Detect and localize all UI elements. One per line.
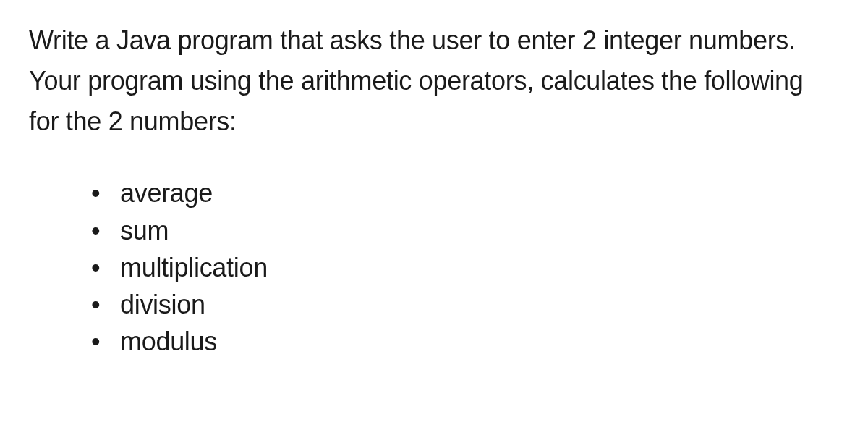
list-item: sum xyxy=(91,212,839,249)
list-item: average xyxy=(91,174,839,211)
requirements-list: average sum multiplication division modu… xyxy=(29,174,839,360)
list-item: multiplication xyxy=(91,249,839,286)
list-item: modulus xyxy=(91,323,839,360)
list-item: division xyxy=(91,286,839,323)
problem-statement: Write a Java program that asks the user … xyxy=(29,20,839,141)
